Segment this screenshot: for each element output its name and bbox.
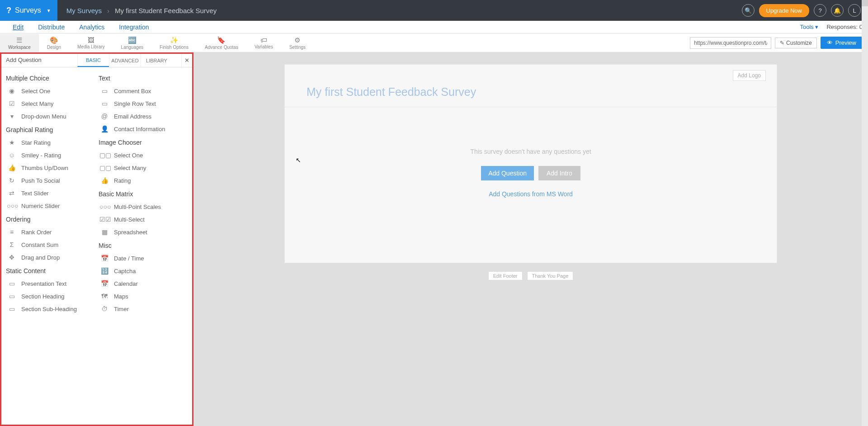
panel-body: Multiple Choice◉Select One☑Select Many▾D… <box>1 67 192 425</box>
question-type-star-rating[interactable]: ★Star Rating <box>6 136 99 149</box>
question-type-rating[interactable]: 👍Rating <box>99 174 191 187</box>
question-type-icon: ○○○ <box>7 202 17 209</box>
add-intro-button[interactable]: Add Intro <box>538 166 580 180</box>
question-type-multi-select[interactable]: ☑☑Multi-Select <box>99 213 191 226</box>
toolbar-item-advance-quotas[interactable]: 🔖Advance Quotas <box>197 34 246 52</box>
question-type-icon: ↻ <box>7 177 17 184</box>
panel-tab-library[interactable]: LIBRARY <box>141 54 172 67</box>
help-icon: ? <box>818 7 821 14</box>
toolbar-icon: 🏷 <box>260 36 267 44</box>
toolbar-item-settings[interactable]: ⚙Settings <box>281 34 314 52</box>
question-group-heading: Misc <box>99 242 191 249</box>
toolbar-item-variables[interactable]: 🏷Variables <box>246 34 281 52</box>
question-type-contact-information[interactable]: 👤Contact Information <box>99 123 191 135</box>
question-type-smiley-rating[interactable]: ☺Smiley - Rating <box>6 149 99 161</box>
tab-analytics[interactable]: Analytics <box>72 22 112 33</box>
add-logo-button[interactable]: Add Logo <box>733 70 766 81</box>
question-type-maps[interactable]: 🗺Maps <box>99 290 191 303</box>
question-type-label: Select One <box>21 88 50 95</box>
tools-dropdown[interactable]: Tools ▾ <box>800 24 819 30</box>
question-type-label: Section Heading <box>21 293 64 300</box>
add-question-button[interactable]: Add Question <box>481 166 534 180</box>
question-type-icon: ▭ <box>99 100 109 107</box>
panel-close-button[interactable]: ✕ <box>181 54 192 67</box>
responses-counter: Responses: 0 <box>826 24 863 30</box>
question-group-heading: Ordering <box>6 216 99 223</box>
notifications-button[interactable]: 🔔 <box>831 4 844 17</box>
question-type-label: Text Slider <box>21 190 49 197</box>
user-avatar[interactable]: L <box>848 4 861 17</box>
edit-footer-button[interactable]: Edit Footer <box>488 271 523 280</box>
question-group-heading: Basic Matrix <box>99 190 191 198</box>
question-type-calendar[interactable]: 📅Calendar <box>99 277 191 290</box>
question-type-section-sub-heading[interactable]: ▭Section Sub-Heading <box>6 303 99 315</box>
question-type-label: Timer <box>114 306 129 312</box>
question-type-thumbs-up-down[interactable]: 👍Thumbs Up/Down <box>6 161 99 174</box>
tab-edit[interactable]: Edit <box>5 22 31 33</box>
preview-button[interactable]: 👁Preview <box>821 37 863 49</box>
question-type-rank-order[interactable]: ≡Rank Order <box>6 226 99 238</box>
canvas-wrap: Add Logo My first Student Feedback Surve… <box>193 52 868 426</box>
survey-url-input[interactable] <box>690 37 771 49</box>
question-type-section-heading[interactable]: ▭Section Heading <box>6 290 99 303</box>
search-button[interactable]: 🔍 <box>742 4 755 17</box>
question-type-select-one[interactable]: ▢▢Select One <box>99 149 191 161</box>
breadcrumb-root[interactable]: My Surveys <box>66 7 102 14</box>
question-type-label: Spreadsheet <box>114 229 147 236</box>
question-type-numeric-slider[interactable]: ○○○Numeric Slider <box>6 199 99 212</box>
toolbar-item-languages[interactable]: 🔤Languages <box>113 34 152 52</box>
question-type-icon: @ <box>99 113 109 120</box>
toolbar-item-finish-options[interactable]: ✨Finish Options <box>151 34 197 52</box>
panel-tab-advanced[interactable]: ADVANCED <box>109 54 141 67</box>
nav-tabs: Edit Distribute Analytics Integration To… <box>0 21 868 33</box>
question-type-date-time[interactable]: 📅Date / Time <box>99 252 191 265</box>
question-type-drop-down-menu[interactable]: ▾Drop-down Menu <box>6 110 99 123</box>
question-type-single-row-text[interactable]: ▭Single Row Text <box>99 97 191 110</box>
toolbar-item-media-library[interactable]: 🖼Media Library <box>69 34 113 52</box>
question-type-icon: ★ <box>7 139 17 146</box>
question-type-icon: ☑ <box>7 100 17 107</box>
question-type-drag-and-drop[interactable]: ✥Drag and Drop <box>6 251 99 264</box>
question-type-spreadsheet[interactable]: ▦Spreadsheet <box>99 226 191 238</box>
tab-integration[interactable]: Integration <box>112 22 156 33</box>
help-button[interactable]: ? <box>814 4 826 17</box>
toolbar-item-design[interactable]: 🎨Design <box>39 34 69 52</box>
question-type-presentation-text[interactable]: ▭Presentation Text <box>6 277 99 290</box>
toolbar-icon: 🔖 <box>217 36 226 44</box>
question-type-label: Select Many <box>21 100 54 107</box>
surveys-dropdown[interactable]: ? Surveys ▼ <box>0 0 57 21</box>
question-type-timer[interactable]: ⏱Timer <box>99 303 191 315</box>
upgrade-button[interactable]: Upgrade Now <box>759 4 810 17</box>
add-from-word-link[interactable]: Add Questions from MS Word <box>285 190 777 198</box>
toolbar-item-workspace[interactable]: ☰Workspace <box>0 34 39 52</box>
question-type-select-many[interactable]: ▢▢Select Many <box>99 161 191 174</box>
toolbar-label: Media Library <box>77 44 105 49</box>
question-type-icon: ○○○ <box>99 203 109 210</box>
question-type-icon: ◉ <box>7 87 17 95</box>
question-type-constant-sum[interactable]: ΣConstant Sum <box>6 238 99 251</box>
chevron-right-icon: › <box>107 7 109 14</box>
question-type-label: Drop-down Menu <box>21 113 66 120</box>
question-type-comment-box[interactable]: ▭Comment Box <box>99 85 191 97</box>
question-type-push-to-social[interactable]: ↻Push To Social <box>6 174 99 187</box>
survey-title[interactable]: My first Student Feedback Survey <box>285 65 777 107</box>
question-type-select-many[interactable]: ☑Select Many <box>6 97 99 110</box>
toolbar-label: Finish Options <box>160 45 189 50</box>
customize-button[interactable]: ✎Customize <box>775 38 817 48</box>
question-type-select-one[interactable]: ◉Select One <box>6 85 99 97</box>
question-type-label: Calendar <box>114 280 138 287</box>
question-type-label: Constant Sum <box>21 241 58 248</box>
tab-distribute[interactable]: Distribute <box>31 22 72 33</box>
panel-tab-basic[interactable]: BASIC <box>77 54 109 67</box>
thank-you-page-button[interactable]: Thank You Page <box>527 271 574 280</box>
add-question-panel: Add Question BASIC ADVANCED LIBRARY ✕ Mu… <box>0 52 193 426</box>
question-group-heading: Multiple Choice <box>6 75 99 82</box>
question-type-text-slider[interactable]: ⇄Text Slider <box>6 187 99 199</box>
question-type-email-address[interactable]: @Email Address <box>99 110 191 123</box>
topbar-right: 🔍 Upgrade Now ? 🔔 L <box>742 4 868 17</box>
scrollbar[interactable] <box>862 0 868 426</box>
question-type-captcha[interactable]: 🔢Captcha <box>99 265 191 277</box>
question-type-icon: 👍 <box>7 164 17 171</box>
question-type-multi-point-scales[interactable]: ○○○Multi-Point Scales <box>99 200 191 213</box>
question-type-icon: ▭ <box>99 87 109 95</box>
